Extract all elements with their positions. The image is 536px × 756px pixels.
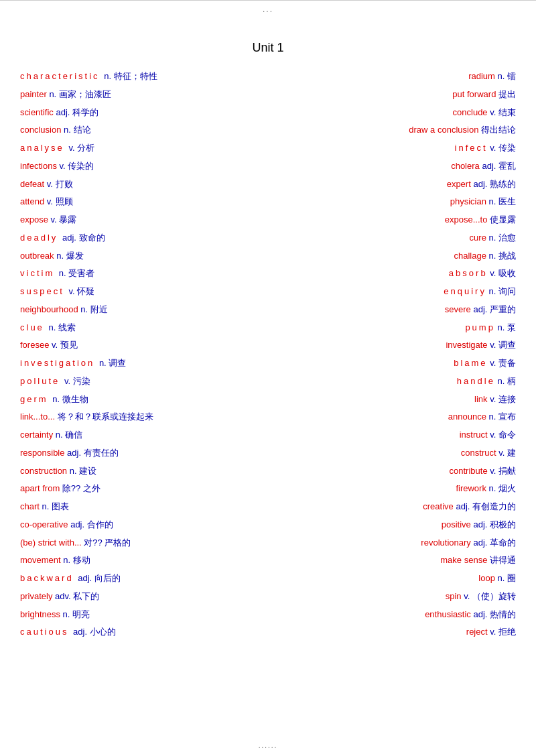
list-item: challage n. 挑战 <box>268 249 516 264</box>
list-item: construction n. 建设 <box>20 464 268 479</box>
list-item: analyse v. 分析 <box>20 141 268 156</box>
list-item: physician n. 医生 <box>268 194 516 210</box>
list-item: chart n. 图表 <box>20 499 268 515</box>
list-item: put forward 提出 <box>268 87 516 103</box>
list-item: positive adj. 积极的 <box>268 517 516 533</box>
list-item: (be) strict with... 对?? 严格的 <box>20 536 268 551</box>
list-item: absorb v. 吸收 <box>268 266 516 281</box>
list-item: privately adv. 私下的 <box>20 589 268 605</box>
list-item: co-operative adj. 合作的 <box>20 517 268 533</box>
list-item: clue n. 线索 <box>20 320 268 336</box>
list-item: contribute v. 捐献 <box>268 464 516 479</box>
top-dots: ... <box>0 3 536 21</box>
list-item: characteristic n. 特征；特性 <box>20 69 268 84</box>
list-item: expert adj. 熟练的 <box>268 177 516 192</box>
list-item: instruct v. 命令 <box>268 428 516 443</box>
list-item: apart from 除?? 之外 <box>20 481 268 497</box>
list-item: cautious adj. 小心的 <box>20 625 268 640</box>
list-item: creative adj. 有创造力的 <box>268 499 516 515</box>
left-column: characteristic n. 特征；特性painter n. 画家；油漆匠… <box>20 68 268 641</box>
bottom-dots: ...... <box>0 742 536 749</box>
list-item: conclusion n. 结论 <box>20 123 268 138</box>
list-item: make sense 讲得通 <box>268 553 516 568</box>
list-item: brightness n. 明亮 <box>20 607 268 623</box>
list-item: enquiry n. 询问 <box>268 284 516 300</box>
list-item: cholera adj. 霍乱 <box>268 159 516 174</box>
page-top-border <box>0 0 536 1</box>
list-item: announce n. 宣布 <box>268 410 516 425</box>
list-item: revolutionary adj. 革命的 <box>268 536 516 551</box>
list-item: spin v. （使）旋转 <box>268 589 516 605</box>
list-item: cure n. 治愈 <box>268 231 516 246</box>
list-item: movement n. 移动 <box>20 553 268 568</box>
list-item: germ n. 微生物 <box>20 392 268 407</box>
list-item: radium n. 镭 <box>268 69 516 84</box>
list-item: victim n. 受害者 <box>20 266 268 281</box>
list-item: expose v. 暴露 <box>20 212 268 228</box>
list-item: neighbourhood n. 附近 <box>20 302 268 318</box>
list-item: handle n. 柄 <box>268 374 516 389</box>
list-item: painter n. 画家；油漆匠 <box>20 87 268 103</box>
right-column: radium n. 镭 put forward 提出 conclude v. 结… <box>268 68 516 641</box>
list-item: pollute v. 污染 <box>20 374 268 389</box>
list-item: investigation n. 调查 <box>20 356 268 371</box>
list-item: certainty n. 确信 <box>20 428 268 443</box>
list-item: firework n. 烟火 <box>268 481 516 497</box>
list-item: infections v. 传染的 <box>20 159 268 174</box>
list-item: pump n. 泵 <box>268 320 516 336</box>
list-item: suspect v. 怀疑 <box>20 284 268 300</box>
list-item: severe adj. 严重的 <box>268 302 516 318</box>
list-item: link...to... 将？和？联系或连接起来 <box>20 410 268 425</box>
list-item: construct v. 建 <box>268 446 516 461</box>
list-item: enthusiastic adj. 热情的 <box>268 607 516 623</box>
list-item: scientific adj. 科学的 <box>20 105 268 121</box>
list-item: deadly adj. 致命的 <box>20 231 268 246</box>
list-item: responsible adj. 有责任的 <box>20 446 268 461</box>
list-item: outbreak n. 爆发 <box>20 249 268 264</box>
list-item: loop n. 圈 <box>268 571 516 586</box>
list-item: defeat v. 打败 <box>20 177 268 192</box>
list-item: investigate v. 调查 <box>268 338 516 353</box>
list-item: backward adj. 向后的 <box>20 571 268 586</box>
list-item: conclude v. 结束 <box>268 105 516 121</box>
list-item: expose...to 使显露 <box>268 212 516 228</box>
list-item: attend v. 照顾 <box>20 194 268 210</box>
list-item: blame v. 责备 <box>268 356 516 371</box>
list-item: link v. 连接 <box>268 392 516 407</box>
list-item: foresee v. 预见 <box>20 338 268 353</box>
list-item: infect v. 传染 <box>268 141 516 156</box>
page-title: Unit 1 <box>0 41 536 55</box>
list-item: reject v. 拒绝 <box>268 625 516 640</box>
list-item: draw a conclusion 得出结论 <box>268 123 516 138</box>
